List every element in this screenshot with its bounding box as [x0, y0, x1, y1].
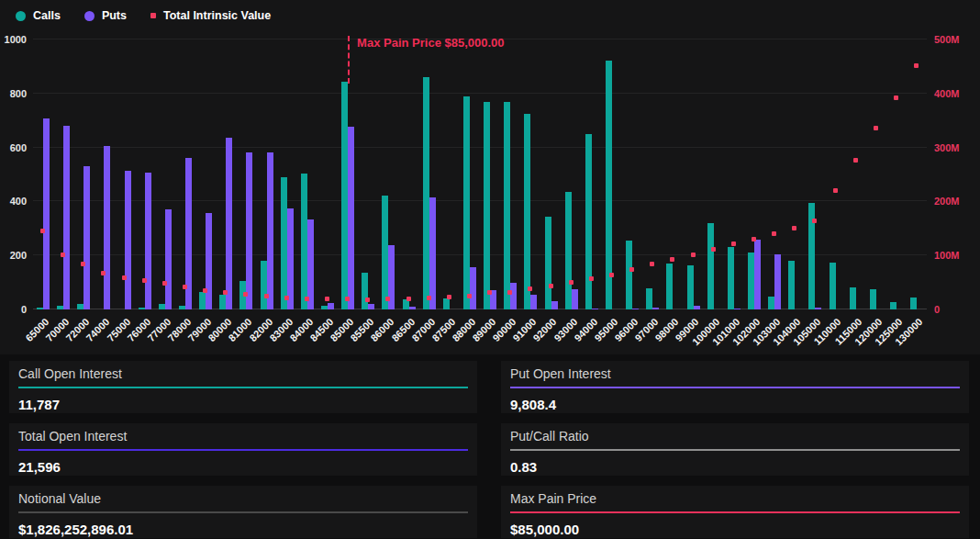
call-bar[interactable] [728, 247, 734, 309]
intrinsic-value-dot[interactable] [427, 296, 431, 300]
intrinsic-value-dot[interactable] [507, 290, 512, 295]
intrinsic-value-dot[interactable] [284, 296, 289, 300]
call-bar[interactable] [484, 102, 490, 309]
intrinsic-value-dot[interactable] [812, 219, 817, 223]
call-bar[interactable] [423, 77, 429, 309]
call-bar[interactable] [281, 177, 287, 309]
put-bar[interactable] [429, 197, 436, 309]
intrinsic-value-dot[interactable] [325, 297, 329, 301]
intrinsic-value-dot[interactable] [772, 231, 776, 236]
call-bar[interactable] [626, 241, 632, 309]
call-bar[interactable] [301, 174, 307, 309]
intrinsic-value-dot[interactable] [487, 290, 492, 295]
put-bar[interactable] [510, 283, 517, 309]
put-bar[interactable] [530, 295, 537, 309]
intrinsic-value-dot[interactable] [629, 267, 634, 272]
legend-item-puts[interactable]: Puts [84, 9, 127, 22]
put-bar[interactable] [754, 240, 761, 309]
call-bar[interactable] [443, 298, 450, 309]
intrinsic-value-dot[interactable] [447, 295, 451, 299]
call-bar[interactable] [403, 299, 409, 309]
call-bar[interactable] [666, 264, 673, 309]
intrinsic-value-dot[interactable] [549, 284, 553, 288]
put-bar[interactable] [125, 171, 131, 309]
put-bar[interactable] [328, 303, 334, 309]
intrinsic-value-dot[interactable] [467, 294, 472, 298]
call-bar[interactable] [646, 288, 652, 309]
put-bar[interactable] [551, 301, 558, 309]
put-bar[interactable] [165, 209, 172, 309]
put-bar[interactable] [348, 127, 354, 309]
call-bar[interactable] [463, 96, 470, 309]
intrinsic-value-dot[interactable] [40, 229, 45, 233]
legend-item-total-intrinsic-value[interactable]: Total Intrinsic Value [150, 9, 271, 22]
put-bar[interactable] [287, 208, 294, 309]
intrinsic-value-dot[interactable] [792, 226, 796, 230]
put-bar[interactable] [267, 152, 273, 309]
intrinsic-value-dot[interactable] [406, 297, 411, 301]
intrinsic-value-dot[interactable] [894, 95, 898, 100]
intrinsic-value-dot[interactable] [853, 158, 858, 163]
intrinsic-value-dot[interactable] [650, 262, 654, 266]
intrinsic-value-dot[interactable] [528, 286, 532, 291]
put-bar[interactable] [43, 118, 50, 309]
put-bar[interactable] [246, 152, 252, 309]
call-bar[interactable] [565, 192, 572, 309]
intrinsic-value-dot[interactable] [203, 288, 207, 293]
intrinsic-value-dot[interactable] [81, 262, 85, 266]
intrinsic-value-dot[interactable] [874, 126, 878, 130]
put-bar[interactable] [572, 289, 578, 309]
intrinsic-value-dot[interactable] [305, 297, 309, 301]
call-bar[interactable] [687, 265, 694, 310]
call-bar[interactable] [910, 298, 917, 309]
put-bar[interactable] [104, 146, 110, 309]
intrinsic-value-dot[interactable] [691, 253, 696, 257]
intrinsic-value-dot[interactable] [385, 297, 390, 301]
intrinsic-value-dot[interactable] [711, 247, 716, 252]
intrinsic-value-dot[interactable] [833, 188, 838, 193]
put-bar[interactable] [206, 213, 212, 309]
legend-item-calls[interactable]: Calls [16, 9, 61, 22]
intrinsic-value-dot[interactable] [569, 280, 574, 285]
intrinsic-value-dot[interactable] [122, 275, 127, 280]
put-bar[interactable] [145, 173, 151, 309]
intrinsic-value-dot[interactable] [345, 297, 350, 301]
intrinsic-value-dot[interactable] [61, 253, 65, 257]
call-bar[interactable] [199, 292, 206, 309]
intrinsic-value-dot[interactable] [752, 237, 756, 241]
call-bar[interactable] [707, 223, 714, 309]
intrinsic-value-dot[interactable] [670, 257, 674, 262]
call-bar[interactable] [890, 302, 896, 309]
intrinsic-value-dot[interactable] [183, 285, 187, 289]
call-bar[interactable] [585, 134, 592, 309]
call-bar[interactable] [870, 289, 876, 309]
intrinsic-value-dot[interactable] [101, 271, 106, 275]
intrinsic-value-dot[interactable] [243, 292, 248, 297]
call-bar[interactable] [748, 253, 754, 309]
put-bar[interactable] [774, 254, 781, 309]
call-bar[interactable] [382, 196, 388, 309]
call-bar[interactable] [261, 261, 267, 309]
intrinsic-value-dot[interactable] [365, 298, 370, 302]
call-bar[interactable] [788, 261, 795, 309]
call-bar[interactable] [524, 114, 530, 309]
intrinsic-value-dot[interactable] [609, 273, 614, 277]
intrinsic-value-dot[interactable] [589, 276, 594, 281]
intrinsic-value-dot[interactable] [142, 278, 147, 283]
put-bar[interactable] [470, 267, 476, 309]
call-bar[interactable] [545, 217, 551, 309]
put-bar[interactable] [226, 138, 232, 309]
put-bar[interactable] [63, 126, 70, 309]
intrinsic-value-dot[interactable] [223, 290, 228, 295]
call-bar[interactable] [504, 102, 510, 309]
intrinsic-value-dot[interactable] [264, 294, 269, 298]
call-bar[interactable] [768, 297, 774, 309]
call-bar[interactable] [830, 263, 836, 309]
call-bar[interactable] [850, 287, 856, 309]
intrinsic-value-dot[interactable] [162, 281, 167, 286]
call-bar[interactable] [219, 295, 226, 309]
put-bar[interactable] [84, 166, 90, 309]
intrinsic-value-dot[interactable] [914, 63, 919, 68]
call-bar[interactable] [362, 273, 368, 309]
intrinsic-value-dot[interactable] [731, 241, 736, 246]
